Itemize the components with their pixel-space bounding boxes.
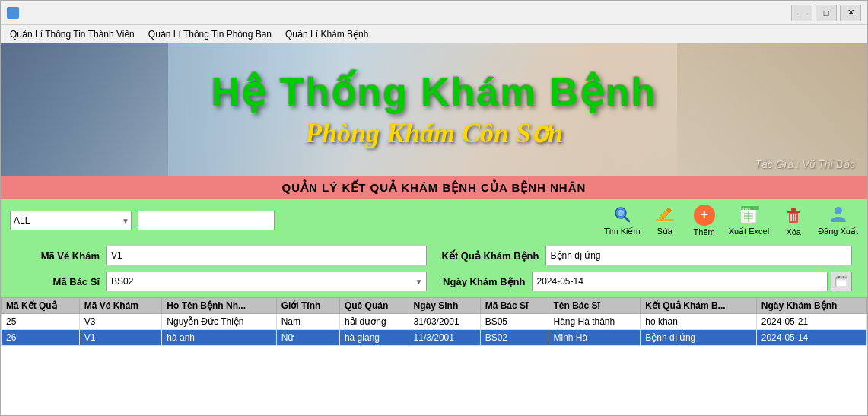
col-que-quan: Quê Quán bbox=[339, 298, 409, 314]
ket-qua-label: Kết Quả Khám Bệnh bbox=[442, 250, 539, 262]
ngay-kham-input[interactable] bbox=[532, 272, 828, 291]
ngay-kham-label: Ngày Khám Bệnh bbox=[442, 276, 526, 287]
tim-kiem-label: Tìm Kiếm bbox=[604, 227, 641, 237]
menu-bar: Quản Lí Thông Tin Thành Viên Quản Lí Thô… bbox=[1, 25, 867, 43]
table-cell: V3 bbox=[79, 314, 162, 330]
search-icon bbox=[610, 204, 634, 225]
minimize-button[interactable]: — bbox=[791, 5, 812, 21]
menu-phong-ban[interactable]: Quản Lí Thông Tin Phòng Ban bbox=[142, 27, 278, 41]
filter-combo[interactable]: ALL ▼ bbox=[10, 211, 132, 230]
menu-thanh-vien[interactable]: Quản Lí Thông Tin Thành Viên bbox=[4, 27, 141, 41]
col-ngay-kham: Ngày Khám Bệnh bbox=[756, 298, 866, 314]
table-cell: hải dương bbox=[339, 314, 409, 330]
table-cell: 11/3/2001 bbox=[409, 330, 480, 346]
ma-bac-si-select[interactable]: BS02 bbox=[107, 272, 426, 291]
table-cell: BS02 bbox=[480, 330, 548, 346]
table-cell: 25 bbox=[2, 314, 80, 330]
table-cell: 2024-05-21 bbox=[756, 314, 866, 330]
svg-point-1 bbox=[618, 210, 624, 216]
svg-rect-16 bbox=[791, 208, 796, 211]
search-input[interactable] bbox=[138, 211, 275, 230]
col-ngay-sinh: Ngày Sinh bbox=[409, 298, 480, 314]
excel-icon: XLSX bbox=[736, 204, 761, 225]
dang-xuat-label: Đăng Xuất bbox=[818, 227, 858, 237]
title-bar-controls: — □ ✕ bbox=[791, 5, 861, 21]
col-ten-bac-si: Tên Bác Sĩ bbox=[548, 298, 641, 314]
col-ma-bac-si: Mã Bác Sĩ bbox=[480, 298, 548, 314]
svg-rect-24 bbox=[843, 276, 844, 278]
results-table: Mã Kết Quả Mã Vé Khám Ho Tên Bệnh Nh... … bbox=[1, 297, 867, 346]
toolbar-right: Tìm Kiếm Sửa + Thêm bbox=[604, 204, 858, 237]
ngay-kham-wrap bbox=[532, 272, 853, 291]
svg-rect-22 bbox=[836, 279, 847, 287]
form-col-left: Mã Vé Khám Mã Bác Sĩ BS02 ▼ bbox=[16, 246, 427, 291]
add-icon: + bbox=[692, 205, 717, 226]
sua-label: Sửa bbox=[657, 227, 672, 237]
tim-kiem-button[interactable]: Tìm Kiếm bbox=[604, 204, 641, 237]
svg-line-2 bbox=[625, 217, 629, 221]
table-cell: Bệnh dị ứng bbox=[641, 330, 756, 346]
main-window: — □ ✕ Quản Lí Thông Tin Thành Viên Quản … bbox=[0, 0, 868, 416]
ma-ve-kham-label: Mã Vé Khám bbox=[16, 250, 100, 262]
table-cell: BS05 bbox=[480, 314, 548, 330]
table-row[interactable]: 25V3Nguyễn Đức ThiệnNamhải dương31/03/20… bbox=[2, 314, 867, 330]
title-bar: — □ ✕ bbox=[1, 1, 867, 25]
svg-rect-23 bbox=[838, 276, 840, 278]
form-col-right: Kết Quả Khám Bệnh Ngày Khám Bệnh bbox=[442, 246, 853, 291]
table-cell: 26 bbox=[2, 330, 80, 346]
calendar-button[interactable] bbox=[831, 272, 852, 291]
banner-title-sub: Phòng Khám Côn Sơn bbox=[1, 117, 867, 149]
col-ho-ten: Ho Tên Bệnh Nh... bbox=[162, 298, 276, 314]
filter-select[interactable]: ALL bbox=[14, 211, 128, 230]
ma-bac-si-label: Mã Bác Sĩ bbox=[16, 276, 100, 287]
ma-ve-kham-input[interactable] bbox=[106, 246, 427, 265]
calendar-icon bbox=[835, 275, 847, 287]
table-cell: Nữ bbox=[276, 330, 339, 346]
table-header-row: Mã Kết Quả Mã Vé Khám Ho Tên Bệnh Nh... … bbox=[2, 298, 867, 314]
table-row[interactable]: 26V1hà anhNữhà giang11/3/2001BS02Minh Hà… bbox=[2, 330, 867, 346]
svg-rect-15 bbox=[787, 211, 800, 213]
table-cell: Minh Hà bbox=[548, 330, 641, 346]
header-banner: Hệ Thống Khám Bệnh Phòng Khám Côn Sơn Tá… bbox=[1, 43, 867, 176]
menu-kham-benh[interactable]: Quản Lí Khám Bệnh bbox=[279, 27, 374, 41]
table-cell: Nguyễn Đức Thiện bbox=[162, 314, 276, 330]
ket-qua-input[interactable] bbox=[545, 246, 853, 265]
sua-button[interactable]: Sửa bbox=[650, 204, 680, 237]
col-gioi-tinh: Giới Tính bbox=[276, 298, 339, 314]
table-cell: ho khan bbox=[641, 314, 756, 330]
close-button[interactable]: ✕ bbox=[840, 5, 861, 21]
table-cell: V1 bbox=[79, 330, 162, 346]
form-row-ket-qua: Kết Quả Khám Bệnh bbox=[442, 246, 853, 265]
table-cell: hà anh bbox=[162, 330, 276, 346]
ma-bac-si-select-wrap[interactable]: BS02 ▼ bbox=[106, 272, 427, 291]
banner-content: Hệ Thống Khám Bệnh Phòng Khám Côn Sơn bbox=[1, 71, 867, 149]
table-area[interactable]: Mã Kết Quả Mã Vé Khám Ho Tên Bệnh Nh... … bbox=[1, 297, 867, 415]
xoa-button[interactable]: Xóa bbox=[778, 205, 809, 237]
section-title: QUẢN LÝ KẾT QUẢ KHÁM BỆNH CỦA BỆNH NHÂN bbox=[1, 176, 867, 199]
edit-icon bbox=[653, 204, 677, 225]
table-body: 25V3Nguyễn Đức ThiệnNamhải dương31/03/20… bbox=[2, 314, 867, 346]
form-row-ngay-kham: Ngày Khám Bệnh bbox=[442, 272, 853, 291]
dang-xuat-button[interactable]: Đăng Xuất bbox=[818, 204, 858, 237]
table-cell: hà giang bbox=[339, 330, 409, 346]
form-row-ma-ve-kham: Mã Vé Khám bbox=[16, 246, 427, 265]
them-button[interactable]: + Thêm bbox=[689, 205, 720, 237]
xuat-excel-button[interactable]: XLSX Xuất Excel bbox=[729, 204, 769, 237]
svg-rect-3 bbox=[656, 219, 674, 221]
logout-icon bbox=[826, 204, 851, 225]
delete-icon bbox=[781, 205, 806, 226]
form-row-ma-bac-si: Mã Bác Sĩ BS02 ▼ bbox=[16, 272, 427, 291]
form-area: Mã Vé Khám Mã Bác Sĩ BS02 ▼ Kết Quả Khám… bbox=[1, 241, 867, 297]
table-cell: 2024-05-14 bbox=[756, 330, 866, 346]
col-ma-ket-qua: Mã Kết Quả bbox=[2, 298, 80, 314]
table-cell: Nam bbox=[276, 314, 339, 330]
col-ma-ve-kham: Mã Vé Khám bbox=[79, 298, 162, 314]
title-bar-left bbox=[7, 7, 19, 19]
svg-point-20 bbox=[835, 207, 842, 214]
toolbar-left: ALL ▼ bbox=[10, 211, 598, 230]
banner-title-main: Hệ Thống Khám Bệnh bbox=[1, 71, 867, 114]
maximize-button[interactable]: □ bbox=[816, 5, 837, 21]
them-label: Thêm bbox=[694, 227, 715, 237]
svg-text:XLSX: XLSX bbox=[742, 208, 751, 211]
toolbar: ALL ▼ Tìm Kiếm bbox=[1, 199, 867, 241]
